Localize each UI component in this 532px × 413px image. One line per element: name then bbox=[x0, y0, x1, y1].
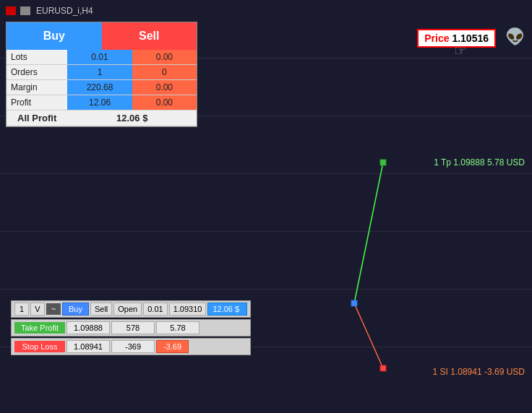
stats-orders-row: Orders 1 0 bbox=[7, 65, 197, 80]
sl-price: 1.08941 bbox=[66, 340, 110, 353]
margin-label: Margin bbox=[7, 80, 67, 95]
order-buy-label: Buy bbox=[62, 303, 89, 316]
lots-label: Lots bbox=[7, 50, 67, 65]
price-indicator: Price 1.10516 bbox=[417, 29, 496, 48]
tp-chart-label: 1 Tp 1.09888 5.78 USD bbox=[434, 157, 525, 168]
stats-table: Lots 0.01 0.00 Orders 1 0 Margin 220.68 … bbox=[7, 50, 197, 126]
order-main-row: 1 V ~ Buy Sell Open 0.01 1.09310 12.06 $ bbox=[11, 300, 251, 318]
tp-row-label: Take Profit bbox=[14, 322, 65, 334]
order-lots: 0.01 bbox=[143, 303, 167, 316]
stats-profit-row: Profit 12.06 0.00 bbox=[7, 95, 197, 110]
profit-buy: 12.06 bbox=[67, 95, 132, 110]
all-profit-value: 12.06 $ bbox=[67, 110, 197, 126]
price-label: Price bbox=[424, 32, 449, 44]
chart-title: EURUSD_i,H4 bbox=[36, 6, 93, 16]
lots-buy: 0.01 bbox=[67, 50, 132, 65]
margin-buy: 220.68 bbox=[67, 80, 132, 95]
lots-sell: 0.00 bbox=[132, 50, 197, 65]
tp-pips: 578 bbox=[111, 321, 155, 334]
orders-sell: 0 bbox=[132, 65, 197, 80]
order-sell-label: Sell bbox=[90, 303, 112, 316]
sl-pips: -369 bbox=[111, 340, 155, 353]
order-v: V bbox=[30, 303, 45, 316]
buy-button[interactable]: Buy bbox=[7, 22, 102, 50]
all-profit-label: All Profit bbox=[7, 110, 67, 126]
order-number: 1 bbox=[14, 303, 29, 316]
tp-price: 1.09888 bbox=[66, 321, 110, 334]
trading-panel: Buy Sell Lots 0.01 0.00 Orders 1 0 Margi… bbox=[6, 22, 197, 127]
order-profit: 12.06 $ bbox=[207, 303, 247, 316]
sl-chart-label: 1 SI 1.08941 -3.69 USD bbox=[433, 367, 525, 377]
profit-label: Profit bbox=[7, 95, 67, 110]
sell-button[interactable]: Sell bbox=[102, 22, 197, 50]
tp-row: Take Profit 1.09888 578 5.78 bbox=[11, 319, 251, 336]
orders-buy: 1 bbox=[67, 65, 132, 80]
sl-row-label: Stop Loss bbox=[14, 341, 65, 352]
order-tilde: ~ bbox=[46, 303, 61, 315]
stats-lots-row: Lots 0.01 0.00 bbox=[7, 50, 197, 65]
tp-usd: 5.78 bbox=[156, 321, 200, 334]
profit-sell: 0.00 bbox=[132, 95, 197, 110]
orders-label: Orders bbox=[7, 65, 67, 80]
sl-row: Stop Loss 1.08941 -369 -3.69 bbox=[11, 338, 251, 355]
order-row-container: 1 V ~ Buy Sell Open 0.01 1.09310 12.06 $… bbox=[11, 300, 251, 355]
stats-margin-row: Margin 220.68 0.00 bbox=[7, 80, 197, 95]
title-bar: EURUSD_i,H4 bbox=[6, 6, 93, 16]
margin-sell: 0.00 bbox=[132, 80, 197, 95]
price-box: Price 1.10516 bbox=[417, 29, 496, 48]
alien-icon: 👽 bbox=[505, 27, 525, 46]
all-profit-row: All Profit 12.06 $ bbox=[7, 110, 197, 126]
price-value: 1.10516 bbox=[452, 32, 489, 44]
order-price-open: 1.09310 bbox=[169, 303, 207, 316]
buy-sell-row: Buy Sell bbox=[7, 22, 197, 50]
order-open-label: Open bbox=[113, 303, 142, 316]
sl-usd: -3.69 bbox=[156, 340, 189, 353]
